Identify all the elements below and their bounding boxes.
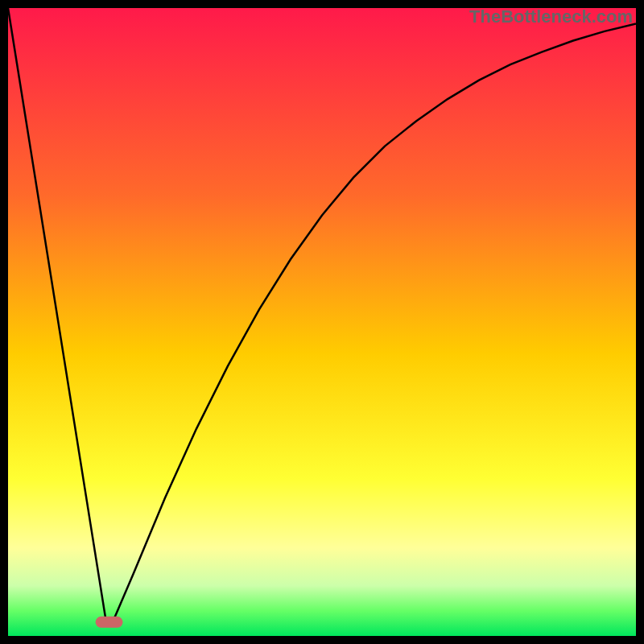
chart-plot-area [8,8,636,636]
watermark-text: TheBottleneck.com [469,6,633,27]
chart-svg [8,8,636,636]
gradient-background [8,8,636,636]
bottleneck-marker [96,617,123,628]
